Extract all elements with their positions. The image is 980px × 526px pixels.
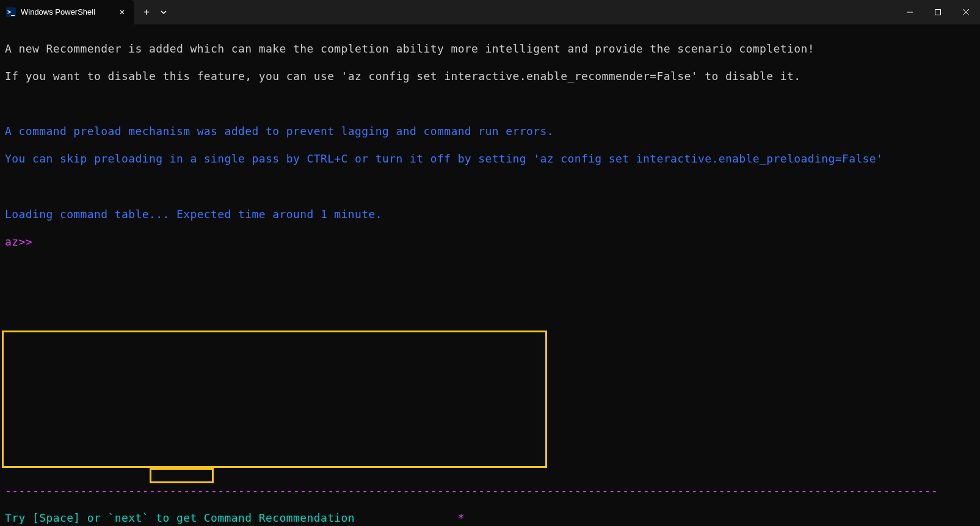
blank-line bbox=[5, 373, 975, 387]
blank-line bbox=[5, 428, 975, 442]
blank-line bbox=[5, 97, 975, 111]
blank-line bbox=[5, 318, 975, 332]
titlebar-left: >_ Windows PowerShell ✕ + bbox=[0, 0, 171, 24]
blank-line bbox=[5, 346, 975, 360]
terminal-output[interactable]: A new Recommender is added which can mak… bbox=[0, 24, 980, 526]
output-line: A command preload mechanism was added to… bbox=[5, 125, 975, 139]
titlebar: >_ Windows PowerShell ✕ + bbox=[0, 0, 980, 24]
maximize-button[interactable] bbox=[924, 0, 952, 24]
output-line: Loading command table... Expected time a… bbox=[5, 208, 975, 222]
recommendation-text: Try [Space] or `next` to get Command Rec… bbox=[5, 511, 355, 524]
blank-line bbox=[5, 401, 975, 415]
blank-line bbox=[5, 456, 975, 470]
recommendation-line: Try [Space] or `next` to get Command Rec… bbox=[5, 511, 975, 525]
output-line: A new Recommender is added which can mak… bbox=[5, 42, 975, 56]
close-window-button[interactable] bbox=[952, 0, 980, 24]
powershell-icon: >_ bbox=[6, 7, 16, 17]
blank-line bbox=[5, 263, 975, 277]
tab-dropdown-button[interactable] bbox=[156, 2, 171, 22]
svg-rect-1 bbox=[935, 10, 941, 15]
asterisk: * bbox=[355, 511, 465, 524]
divider-line: ----------------------------------------… bbox=[5, 484, 975, 498]
minimize-button[interactable] bbox=[896, 0, 924, 24]
window-controls bbox=[896, 0, 980, 24]
blank-line bbox=[5, 290, 975, 304]
blank-line bbox=[5, 180, 975, 194]
tab-title: Windows PowerShell bbox=[21, 7, 112, 18]
close-tab-button[interactable]: ✕ bbox=[117, 7, 127, 17]
output-line: If you want to disable this feature, you… bbox=[5, 70, 975, 84]
active-tab[interactable]: >_ Windows PowerShell ✕ bbox=[0, 0, 134, 24]
prompt-line[interactable]: az>> bbox=[5, 235, 975, 249]
output-line: You can skip preloading in a single pass… bbox=[5, 152, 975, 166]
new-tab-button[interactable]: + bbox=[137, 2, 156, 22]
